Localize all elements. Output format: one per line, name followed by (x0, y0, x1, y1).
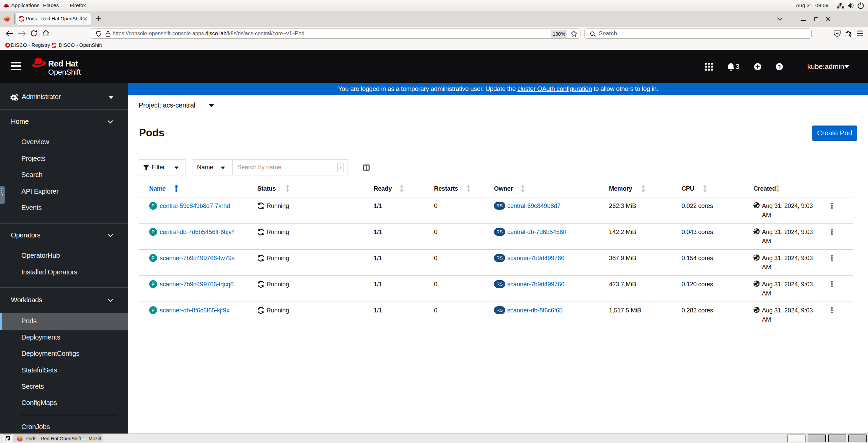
svg-text:?: ? (778, 64, 781, 70)
